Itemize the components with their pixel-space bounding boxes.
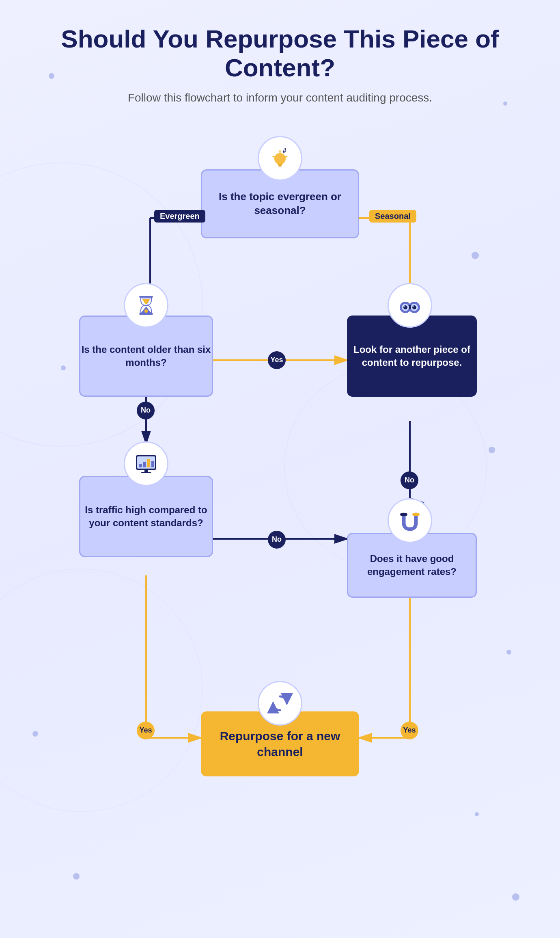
svg-rect-37 <box>151 461 154 467</box>
svg-line-18 <box>273 156 275 157</box>
traffic-box: Is traffic high compared to your content… <box>79 476 213 557</box>
svg-rect-39 <box>141 472 151 473</box>
seasonal-label: Seasonal <box>369 210 416 223</box>
traffic-icon-circle <box>124 441 168 486</box>
older-box: Is the content older than six months? <box>79 316 213 397</box>
look-box: Look for another piece of content to rep… <box>347 316 477 397</box>
title-section: Should You Repurpose This Piece of Conte… <box>32 24 528 104</box>
older-icon-circle <box>124 283 168 328</box>
svg-point-28 <box>403 305 407 309</box>
page-subtitle: Follow this flowchart to inform your con… <box>32 91 528 104</box>
flowchart: # Is the topic evergreen or seasonal? Ev… <box>57 129 503 852</box>
svg-rect-20 <box>139 296 153 298</box>
svg-rect-16 <box>278 165 282 166</box>
start-icon-circle: # <box>258 136 302 181</box>
svg-rect-34 <box>139 464 142 467</box>
no-older-label: No <box>137 402 155 419</box>
svg-point-30 <box>404 306 405 307</box>
look-icon-circle <box>388 283 432 328</box>
svg-point-29 <box>412 305 416 309</box>
yes-older-label: Yes <box>268 351 286 369</box>
page-title: Should You Repurpose This Piece of Conte… <box>32 24 528 82</box>
svg-point-22 <box>144 309 148 313</box>
svg-rect-38 <box>144 470 148 472</box>
no-engagement-label: No <box>401 471 418 489</box>
page-wrapper: Should You Repurpose This Piece of Conte… <box>0 0 560 938</box>
evergreen-label: Evergreen <box>154 210 205 223</box>
svg-point-14 <box>274 153 286 164</box>
yes-engagement-label: Yes <box>401 722 418 739</box>
yes-traffic-label: Yes <box>137 722 155 739</box>
engagement-icon-circle <box>388 498 432 543</box>
repurpose-icon-circle <box>258 681 302 726</box>
svg-rect-36 <box>147 459 150 467</box>
svg-rect-21 <box>139 313 153 315</box>
svg-line-19 <box>285 156 287 157</box>
svg-point-31 <box>413 306 414 307</box>
svg-text:#: # <box>283 147 286 154</box>
svg-rect-35 <box>143 462 146 467</box>
no-traffic-label: No <box>268 531 286 549</box>
svg-rect-15 <box>278 163 282 165</box>
